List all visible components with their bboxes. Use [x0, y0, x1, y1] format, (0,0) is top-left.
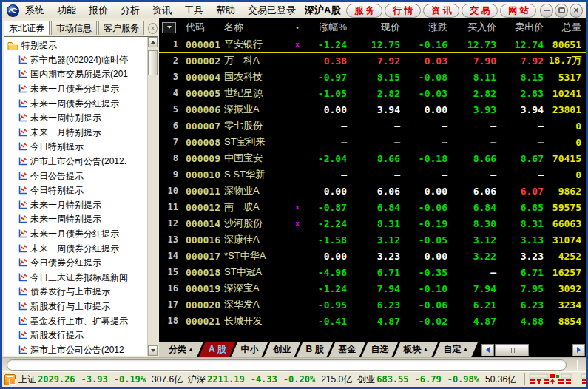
- cell-row-number: 1: [159, 39, 181, 50]
- quote-panel: 代码 名称 • 涨幅% 现价 涨跌 买入价 卖出价 总量 1000001平安银行…: [159, 18, 586, 357]
- quick-button-网站[interactable]: 网 站: [500, 4, 536, 18]
- menu-item-功能[interactable]: 功能: [57, 4, 76, 17]
- sidebar-item[interactable]: 未来一月债券分红提示: [4, 82, 147, 97]
- sidebar-item[interactable]: 今日特别提示: [4, 183, 147, 198]
- table-row[interactable]: 14000017*ST中华A0.003.230.003.223.234252: [159, 248, 586, 264]
- cell-row-number: 13: [159, 234, 181, 245]
- header-pct[interactable]: 涨幅%: [304, 21, 347, 34]
- panel-close-button[interactable]: ×: [148, 23, 158, 34]
- market-tab-创业[interactable]: 创业: [263, 342, 300, 357]
- cell-change: –: [400, 137, 447, 148]
- header-volume[interactable]: 总量: [544, 21, 586, 34]
- sidebar-item[interactable]: 今日债券分红提示: [4, 256, 147, 271]
- sidebar-item[interactable]: 债券发行与上市提示: [4, 285, 147, 300]
- cell-sell-price: 8.67: [496, 153, 544, 164]
- table-row[interactable]: 3000004国农科技-0.978.15-0.088.118.155317: [159, 69, 586, 85]
- quick-button-行情[interactable]: 行 情: [385, 4, 421, 18]
- h-scroll-thumb[interactable]: [495, 344, 529, 356]
- market-tab-B股[interactable]: B 股: [296, 342, 333, 357]
- table-row[interactable]: 17000020深华发A-0.956.23-0.066.216.233234: [159, 297, 586, 313]
- horizontal-scrollbar[interactable]: [481, 342, 586, 357]
- cell-volume: 0: [544, 137, 586, 148]
- sidebar-item[interactable]: 未来一月特别提示: [4, 198, 147, 213]
- scroll-right-button[interactable]: [572, 344, 585, 356]
- scroll-thumb[interactable]: [148, 50, 158, 75]
- menu-item-分析[interactable]: 分析: [121, 4, 140, 17]
- sidebar-item[interactable]: 基金发行上市、扩募提示: [4, 314, 147, 328]
- sidebar-root-特别提示[interactable]: 特别提示: [4, 38, 147, 53]
- header-change[interactable]: 涨跌: [400, 21, 447, 34]
- sidebar-item[interactable]: 未来一周债券分红提示: [4, 241, 147, 256]
- header-name[interactable]: 名称: [224, 21, 291, 34]
- sidebar-item[interactable]: 未来一月特别提示: [4, 126, 147, 141]
- sidebar-item[interactable]: 未来一月债券分红提示: [4, 227, 147, 242]
- table-row[interactable]: 7000008ST宝利来–––––0: [159, 134, 586, 150]
- table-row[interactable]: 1000001平安银行x-1.2412.75-0.1612.7312.74806…: [159, 36, 586, 53]
- arrow-down-icon: [151, 349, 155, 352]
- sidebar-item[interactable]: 沪市上市公司公告(2012.: [4, 155, 147, 169]
- sidebar-item[interactable]: 新股发行提示: [4, 328, 147, 343]
- market-tab-中小[interactable]: 中小: [231, 342, 268, 357]
- menu-item-帮助[interactable]: 帮助: [216, 4, 235, 17]
- sidebar-item[interactable]: 深市上市公司公告(2012: [4, 342, 147, 356]
- column-filter-button[interactable]: [159, 22, 181, 33]
- table-row[interactable]: 18000021长城开发-0.414.87-0.024.874.888854: [159, 313, 586, 329]
- menu-item-资讯[interactable]: 资讯: [152, 4, 172, 17]
- header-code[interactable]: 代码: [181, 21, 224, 34]
- scroll-up-button[interactable]: [148, 37, 158, 47]
- header-price[interactable]: 现价: [347, 21, 400, 34]
- sidebar-item[interactable]: 今日公告提示: [4, 169, 147, 183]
- table-row[interactable]: 11000012南 玻Ax-0.876.84-0.066.846.8559575: [159, 199, 586, 215]
- sidebar-scrollbar[interactable]: [147, 37, 158, 356]
- quick-button-服务[interactable]: 服 务: [346, 4, 382, 18]
- cell-stock-code: 000008: [181, 137, 224, 148]
- sidebar-item[interactable]: 新股发行与上市提示: [4, 300, 147, 314]
- market-tab-分类[interactable]: 分类▲: [159, 342, 203, 357]
- table-row[interactable]: 6000007零七股份–––––0: [159, 118, 586, 134]
- doc-tab-客户服务[interactable]: 客户服务: [98, 21, 144, 35]
- table-row[interactable]: 16000019深深宝A-1.247.94-0.107.947.953092: [159, 280, 586, 297]
- table-row[interactable]: 9000010S ST华新–––––0: [159, 166, 586, 183]
- doc-tab-市场信息[interactable]: 市场信息: [51, 21, 97, 35]
- quick-button-资讯[interactable]: 资 讯: [423, 4, 459, 18]
- sidebar-item[interactable]: 今日特别提示: [4, 140, 147, 155]
- chart-icon: [18, 84, 27, 94]
- cell-row-number: 4: [159, 88, 181, 98]
- market-tab-自定[interactable]: 自定▲: [433, 342, 478, 357]
- header-sell[interactable]: 卖出价: [496, 21, 544, 34]
- table-row[interactable]: 2000002万 科A0.387.920.037.907.9218.7万: [159, 53, 586, 69]
- scroll-left-button[interactable]: [481, 344, 494, 356]
- table-row[interactable]: 5000006深振业A0.003.940.003.933.9423801: [159, 101, 586, 118]
- command-input[interactable]: [7, 359, 567, 371]
- table-row[interactable]: 15000018ST中冠A-4.966.71-0.35–6.7116257: [159, 264, 586, 280]
- cascade-windows-icon[interactable]: [4, 374, 16, 385]
- header-buy[interactable]: 买入价: [447, 21, 496, 34]
- restore-button[interactable]: [555, 4, 568, 18]
- sidebar-item[interactable]: 国内期市交易所提示(201: [4, 67, 147, 82]
- table-row[interactable]: 8000009中国宝安-2.048.66-0.188.668.6770415: [159, 150, 586, 166]
- market-tab-自选[interactable]: 自选: [361, 342, 398, 357]
- menu-item-工具[interactable]: 工具: [184, 4, 203, 17]
- table-row[interactable]: 4000005世纪星源-1.052.82-0.032.822.8310241: [159, 85, 586, 101]
- sidebar-item[interactable]: 未来一周特别提示: [4, 111, 147, 126]
- cell-buy-price: 7.90: [447, 55, 496, 67]
- minimize-button[interactable]: [540, 4, 553, 18]
- sidebar-item[interactable]: 未来一周债券分红提示: [4, 96, 147, 111]
- sidebar-item[interactable]: 未来一周特别提示: [4, 212, 147, 227]
- sidebar-item[interactable]: 苏宁电器(002024)临时停: [4, 53, 147, 68]
- doc-tab-东北证券[interactable]: 东北证券: [4, 21, 50, 35]
- menu-item-报价[interactable]: 报价: [89, 4, 108, 17]
- market-tab-A股[interactable]: A 股: [199, 342, 236, 357]
- market-tab-基金[interactable]: 基金: [328, 342, 365, 357]
- table-row[interactable]: 13000016深康佳A-1.583.12-0.053.123.1331074: [159, 231, 586, 248]
- close-button[interactable]: ×: [570, 4, 583, 18]
- scroll-down-button[interactable]: [148, 345, 158, 356]
- table-row[interactable]: 10000011深物业A0.006.060.006.066.079862: [159, 183, 586, 199]
- table-row[interactable]: 12000014沙河股份x-2.248.31-0.198.308.3166063: [159, 215, 586, 231]
- sidebar-item[interactable]: 今日三大证券报标题新闻: [4, 271, 147, 285]
- cell-pct-change: -2.24: [304, 218, 347, 229]
- market-tab-板块[interactable]: 板块▲: [393, 342, 438, 357]
- menu-item-系统[interactable]: 系统: [25, 4, 44, 17]
- scroll-track[interactable]: [148, 47, 158, 345]
- quick-button-交易[interactable]: 交 易: [462, 4, 498, 18]
